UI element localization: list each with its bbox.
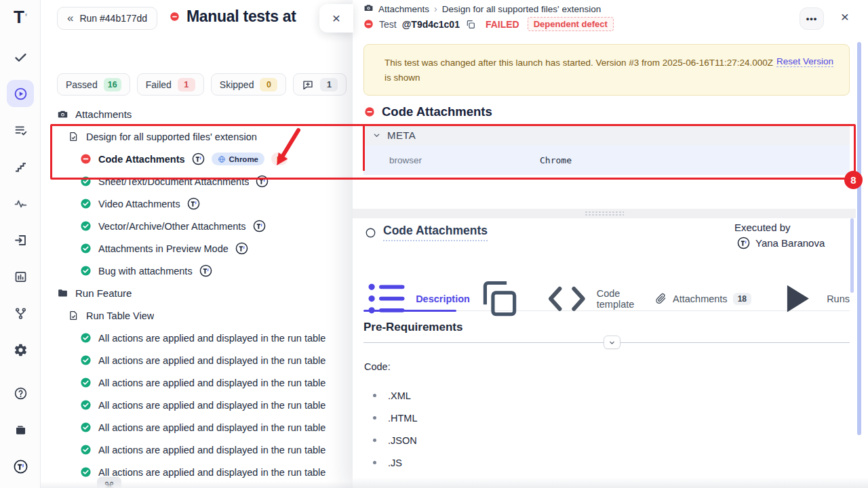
rail-item-import[interactable] (7, 226, 34, 253)
test-id[interactable]: @T9d4c1c01 (402, 19, 460, 30)
tree-item-label: Code Attachments (98, 154, 185, 165)
back-to-run-button[interactable]: « Run #44b177dd (57, 7, 157, 30)
test-detail-panel: Attachments › Design for all supported f… (353, 0, 868, 488)
rail-item-help[interactable] (7, 380, 34, 407)
rail-item-list-check[interactable] (7, 117, 34, 144)
bullet-icon (373, 439, 376, 442)
drag-dots-icon (585, 211, 624, 216)
rail-item-projects-folder[interactable] (7, 416, 34, 443)
tab-label: Attachments (673, 293, 728, 304)
executed-by-label: Executed by (734, 222, 791, 233)
step-title-row: Code Attachments (365, 224, 488, 241)
tree-test-row[interactable]: All actions are applied and displayed in… (41, 349, 353, 371)
filter-passed-button[interactable]: Passed16 (57, 73, 130, 96)
tab-code-template[interactable]: Code template (542, 287, 634, 310)
defect-badge[interactable]: Dependent defect (528, 17, 614, 31)
detail-bottom-fade (353, 477, 868, 488)
rail-item-steps[interactable] (7, 153, 34, 180)
browser-badge: Chrome (212, 152, 264, 165)
left-panel-bottom-fade (41, 481, 353, 488)
tree-suite-row[interactable]: Design for all supported files' extensio… (41, 125, 353, 148)
active-tab-underline (363, 310, 456, 312)
tree-test-row[interactable]: All actions are applied and displayed in… (41, 439, 353, 461)
tree-test-row[interactable]: All actions are applied and displayed in… (41, 327, 353, 349)
meta-section: META browserChrome (363, 125, 850, 175)
filter-failed-button[interactable]: Failed1 (137, 73, 204, 96)
play-icon (772, 274, 821, 323)
failed-status-icon (364, 106, 375, 117)
run-title: Manual tests at (186, 7, 296, 26)
tree-item-label: All actions are applied and displayed in… (98, 445, 326, 455)
tree-item-label: Design for all supported files' extensio… (86, 131, 257, 142)
rail-item-analytics[interactable] (7, 263, 34, 290)
app-logo[interactable]: T' (0, 5, 41, 28)
rail-item-pulse[interactable] (7, 190, 34, 217)
rail-item-settings-gear[interactable] (7, 336, 34, 363)
executed-by-user: Yana Baranova (737, 237, 825, 249)
tree-test-row[interactable]: Code AttachmentsChromeD (41, 148, 353, 170)
tree-item-label: Attachments in Preview Mode (98, 243, 229, 254)
page-scrollbar[interactable] (857, 42, 861, 435)
tabs-bar: DescriptionCode templateAttachments18Run… (363, 287, 850, 311)
rail-item-run-play[interactable] (7, 80, 34, 107)
resize-handle[interactable] (353, 209, 856, 218)
copy-icon[interactable] (465, 19, 476, 30)
rail-item-profile-logo[interactable] (7, 453, 34, 480)
tree-test-row[interactable]: All actions are applied and displayed in… (41, 416, 353, 439)
tree-test-row[interactable]: All actions are applied and displayed in… (41, 461, 353, 483)
tree-item-label: All actions are applied and displayed in… (98, 333, 326, 344)
breadcrumb-page[interactable]: Design for all supported files' extensio… (442, 4, 601, 14)
tree-item-label: Vector/Archive/Other Attachments (98, 221, 246, 232)
tree-test-row[interactable]: Sheet/Text/Document Attachments (41, 170, 353, 192)
meta-key: browser (363, 155, 540, 165)
comment-count-badge: 1 (320, 78, 338, 92)
tree-suite-row[interactable]: Run Table View (41, 304, 353, 327)
breadcrumb-root[interactable]: Attachments (378, 4, 429, 14)
tree-test-row[interactable]: Vector/Archive/Other Attachments (41, 215, 353, 237)
filter-label: Passed (66, 79, 98, 90)
list-item-text: .HTML (388, 413, 418, 424)
comment-plus-icon (302, 79, 314, 91)
list-item: .JSON (363, 429, 418, 451)
filter-skipped-button[interactable]: Skipped0 (211, 73, 287, 96)
reset-version-link[interactable]: Reset Version (776, 56, 833, 67)
assignee-avatar (187, 197, 200, 210)
tree-test-row[interactable]: Bug with attachments (41, 260, 353, 282)
bullet-icon (373, 416, 376, 420)
passed-status-icon (80, 422, 92, 433)
executed-by-name: Yana Baranova (755, 237, 825, 249)
tab-description[interactable]: Description (363, 287, 522, 310)
double-chevron-left-icon: « (67, 12, 73, 24)
collapse-section-button[interactable] (604, 336, 620, 349)
tree-test-row[interactable]: Attachments in Preview Mode (41, 237, 353, 260)
file-icon (68, 131, 79, 142)
tree-item-label: Sheet/Text/Document Attachments (98, 176, 249, 187)
close-detail-button[interactable]: × (836, 8, 854, 26)
copy-icon (475, 275, 522, 322)
passed-status-icon (80, 444, 92, 455)
section-title: Code Attachments (382, 104, 492, 119)
tree-test-row[interactable]: Video Attachments (41, 192, 353, 215)
comments-filter-button[interactable]: 1 (293, 73, 347, 96)
tree-item-label: Video Attachments (98, 199, 180, 209)
tab-count-badge: 18 (733, 293, 751, 305)
tree-suite-row[interactable]: Run Feature (41, 282, 353, 304)
tree-suite-row[interactable]: Attachments (41, 103, 353, 125)
detail-close-tab[interactable]: × (319, 4, 353, 33)
tree-test-row[interactable]: All actions are applied and displayed in… (41, 371, 353, 394)
passed-status-icon (80, 466, 92, 478)
panel-scrollbar[interactable] (850, 218, 854, 293)
tab-runs[interactable]: Runs (772, 287, 850, 310)
more-actions-button[interactable]: ••• (800, 7, 824, 30)
tab-attachments[interactable]: Attachments18 (654, 287, 751, 310)
tree-test-row[interactable]: All actions are applied and displayed in… (41, 394, 353, 416)
folder-icon (57, 287, 68, 299)
meta-title: META (387, 129, 416, 141)
assignee-avatar (199, 264, 212, 277)
step-title-link[interactable]: Code Attachments (383, 224, 488, 241)
meta-header[interactable]: META (363, 125, 850, 145)
code-icon (542, 274, 591, 323)
rail-item-check[interactable] (7, 43, 34, 70)
tree-item-label: All actions are applied and displayed in… (98, 355, 326, 366)
rail-item-branch[interactable] (7, 300, 34, 327)
